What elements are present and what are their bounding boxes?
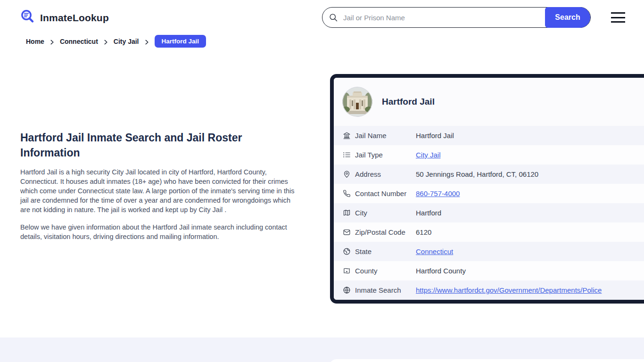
row-label: County bbox=[355, 267, 416, 275]
table-row-jail-type: Jail Type City Jail bbox=[334, 145, 644, 165]
article-body: Hartford Jail is a high security City Ja… bbox=[20, 167, 300, 241]
next-card-peek bbox=[329, 359, 644, 362]
table-row-address: Address 50 Jennings Road, Hartford, CT, … bbox=[334, 165, 644, 184]
search-icon bbox=[329, 13, 338, 22]
logo[interactable]: InmateLookup bbox=[20, 9, 109, 27]
search-bar: Search bbox=[322, 7, 591, 28]
chevron-right-icon bbox=[144, 39, 149, 44]
list-icon bbox=[343, 151, 351, 159]
table-row-jail-name: Jail Name Hartford Jail bbox=[334, 126, 644, 145]
phone-icon bbox=[343, 189, 351, 197]
breadcrumb: Home Connecticut City Jail Hartford Jail bbox=[26, 35, 206, 48]
row-label: City bbox=[355, 209, 416, 217]
table-row-zip: Zip/Postal Code 6120 bbox=[334, 222, 644, 242]
row-label: Inmate Search bbox=[355, 286, 416, 294]
search-button[interactable]: Search bbox=[545, 7, 590, 28]
chevron-right-icon bbox=[50, 39, 55, 44]
jail-card-header: Hartford Jail bbox=[334, 78, 644, 126]
jail-info-table: Jail Name Hartford Jail Jail Type City J… bbox=[334, 126, 644, 300]
row-label: Jail Name bbox=[355, 132, 416, 140]
table-row-state: State Connecticut bbox=[334, 242, 644, 261]
article-paragraph: Below we have given information about th… bbox=[20, 222, 300, 241]
globe-americas-icon bbox=[343, 247, 351, 255]
row-value: Hartford County bbox=[416, 267, 466, 275]
breadcrumb-home[interactable]: Home bbox=[26, 38, 44, 45]
row-label: State bbox=[355, 247, 416, 255]
jail-info-card: Hartford Jail Jail Name Hartford Jail Ja… bbox=[330, 74, 644, 304]
inmatelookup-logo-icon bbox=[20, 9, 36, 27]
menu-icon[interactable] bbox=[611, 12, 625, 23]
state-link[interactable]: Connecticut bbox=[416, 247, 453, 255]
row-value: Hartford bbox=[416, 209, 441, 217]
breadcrumb-city-jail[interactable]: City Jail bbox=[114, 38, 139, 45]
footer-background-strip bbox=[0, 337, 644, 362]
table-row-contact: Contact Number 860-757-4000 bbox=[334, 184, 644, 203]
row-label: Zip/Postal Code bbox=[355, 228, 416, 236]
row-label: Jail Type bbox=[355, 151, 416, 159]
chevron-right-icon bbox=[103, 39, 108, 44]
page-title: Hartford Jail Inmate Search and Jail Ros… bbox=[20, 130, 279, 160]
breadcrumb-current-badge: Hartford Jail bbox=[155, 35, 206, 48]
landmark-icon bbox=[343, 132, 351, 140]
brand-name: InmateLookup bbox=[40, 12, 109, 24]
contact-number-link[interactable]: 860-757-4000 bbox=[416, 189, 460, 197]
jail-photo bbox=[342, 87, 372, 117]
row-value: 50 Jennings Road, Hartford, CT, 06120 bbox=[416, 170, 538, 178]
globe-icon bbox=[343, 286, 351, 294]
table-row-city: City Hartford bbox=[334, 203, 644, 222]
row-value: Hartford Jail bbox=[416, 132, 454, 140]
breadcrumb-connecticut[interactable]: Connecticut bbox=[60, 38, 98, 45]
row-label: Address bbox=[355, 170, 416, 178]
jail-card-title: Hartford Jail bbox=[382, 97, 435, 107]
table-row-inmate-search: Inmate Search https://www.hartfordct.gov… bbox=[334, 280, 644, 300]
row-label: Contact Number bbox=[355, 189, 416, 197]
inmate-search-link[interactable]: https://www.hartfordct.gov/Government/De… bbox=[416, 286, 602, 294]
table-row-county: County Hartford County bbox=[334, 261, 644, 280]
envelope-icon bbox=[343, 228, 351, 236]
article-paragraph: Hartford Jail is a high security City Ja… bbox=[20, 167, 300, 214]
jail-type-link[interactable]: City Jail bbox=[416, 151, 441, 159]
row-value: 6120 bbox=[416, 228, 431, 236]
map-icon bbox=[343, 209, 351, 217]
county-map-icon bbox=[343, 267, 351, 275]
map-pin-icon bbox=[343, 170, 351, 178]
